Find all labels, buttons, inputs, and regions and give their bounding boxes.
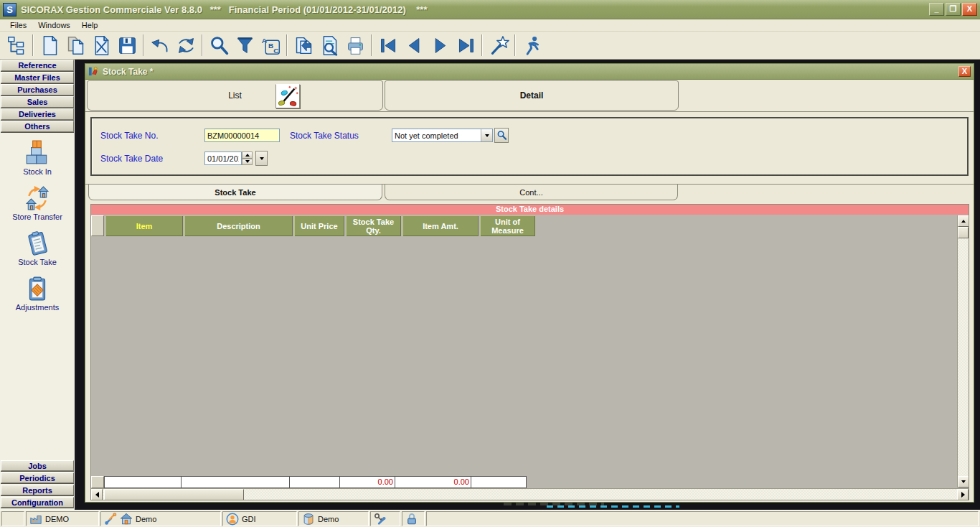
tab-detail[interactable]: Detail [385, 80, 679, 111]
refresh-icon [176, 35, 197, 56]
undo-button[interactable] [147, 33, 173, 57]
refresh-button[interactable] [173, 33, 199, 57]
column-header-item-amt: Item Amt. [402, 215, 479, 236]
stock-take-no-input[interactable] [204, 129, 280, 142]
import-icon [293, 35, 314, 56]
wizard-icon [489, 35, 509, 56]
stock-take-status-combo[interactable]: Not yet completed [392, 129, 493, 142]
column-header-unit-price: Unit Price [294, 215, 344, 236]
print-button[interactable] [342, 33, 368, 57]
sidebar-item-others[interactable]: Others [1, 121, 74, 132]
date-spin-down-button[interactable] [242, 159, 253, 166]
next-record-button[interactable] [427, 33, 453, 57]
save-icon [117, 35, 138, 56]
tab-stock-take[interactable]: Stock Take [88, 185, 382, 200]
details-banner: Stock Take details [91, 205, 969, 215]
new-document-icon [39, 35, 60, 56]
sidebar-item-sales[interactable]: Sales [1, 96, 74, 108]
status-section-company: DEMO [26, 511, 99, 526]
main-area: Reference Master Files Purchases Sales D… [0, 60, 980, 510]
svg-text:C: C [273, 47, 278, 55]
status-lookup-button[interactable] [494, 128, 509, 143]
scroll-down-button[interactable] [958, 476, 969, 488]
date-spinner [242, 151, 253, 165]
entry-cell-unit-of-measure[interactable] [471, 476, 527, 488]
save-button[interactable] [114, 33, 140, 57]
entry-cell-item[interactable] [104, 476, 182, 488]
status-section-lock [402, 511, 425, 526]
sort-abc-button[interactable]: A B C [258, 33, 283, 57]
restore-button[interactable]: ❐ [946, 3, 961, 16]
tree-button[interactable] [4, 33, 29, 57]
horizontal-scroll-thumb[interactable] [104, 489, 244, 500]
sidebar-item-jobs[interactable]: Jobs [1, 460, 74, 472]
date-dropdown-button[interactable] [255, 151, 268, 166]
status-database: Demo [318, 515, 339, 523]
grid-header-row: Item Description Unit Price Stock Take Q… [91, 215, 969, 236]
section-tab-strip: Stock Take Cont... [85, 184, 974, 201]
copy-button[interactable] [62, 33, 88, 57]
status-section-site: Demo [100, 511, 221, 526]
stock-take-status-value: Not yet completed [392, 131, 481, 140]
filter-button[interactable] [232, 33, 258, 57]
first-record-icon [378, 35, 399, 56]
list-wizard-button[interactable] [275, 84, 300, 108]
next-record-icon [430, 35, 451, 56]
stock-take-close-button[interactable]: X [958, 66, 971, 77]
status-dropdown-button[interactable] [481, 129, 492, 141]
last-record-button[interactable] [453, 33, 479, 57]
shortcut-stock-in[interactable]: Stock In [23, 140, 52, 176]
stock-take-window-title: Stock Take * [103, 67, 153, 77]
new-document-button[interactable] [37, 33, 62, 57]
sidebar-item-reference[interactable]: Reference [1, 60, 74, 71]
vertical-scroll-thumb[interactable] [958, 227, 969, 238]
print-preview-button[interactable] [316, 33, 342, 57]
entry-cell-description[interactable] [182, 476, 290, 488]
scroll-right-button[interactable] [957, 489, 969, 500]
search-button[interactable] [206, 33, 232, 57]
menu-windows[interactable]: Windows [32, 20, 76, 30]
stock-take-date-input[interactable] [204, 151, 242, 165]
menu-files[interactable]: Files [4, 20, 32, 30]
entry-cell-unit-price[interactable] [290, 476, 340, 488]
status-site: Demo [136, 515, 156, 523]
entry-cell-item-amt[interactable]: 0.00 [395, 476, 471, 488]
sidebar-item-reports[interactable]: Reports [1, 485, 74, 496]
stock-take-window-icon [88, 66, 99, 77]
run-button[interactable] [519, 33, 545, 57]
shortcut-stock-take[interactable]: Stock Take [18, 230, 57, 266]
menu-help[interactable]: Help [76, 20, 104, 30]
vertical-scrollbar[interactable] [957, 215, 969, 488]
entry-row-selector[interactable] [91, 476, 104, 488]
row-selector-header [91, 215, 104, 236]
tree-icon [6, 35, 27, 56]
scroll-left-button[interactable] [91, 489, 103, 500]
import-button[interactable] [291, 33, 316, 57]
first-record-button[interactable] [375, 33, 401, 57]
sidebar-item-periodics[interactable]: Periodics [1, 472, 74, 484]
print-preview-icon [319, 35, 340, 56]
shortcut-adjustments[interactable]: Adjustments [16, 276, 60, 312]
shortcut-label: Stock In [23, 167, 52, 176]
tab-cont[interactable]: Cont... [385, 185, 678, 200]
sidebar-item-master-files[interactable]: Master Files [1, 72, 74, 83]
toolbar: A B C [0, 32, 980, 60]
magic-wand-icon [276, 85, 299, 108]
sidebar-item-configuration[interactable]: Configuration [1, 497, 74, 508]
scroll-up-button[interactable] [958, 215, 969, 227]
tab-list[interactable]: List [87, 80, 383, 111]
sidebar-item-purchases[interactable]: Purchases [1, 84, 74, 95]
filter-icon [235, 35, 255, 56]
close-button[interactable]: X [962, 3, 977, 16]
shortcut-store-transfer[interactable]: Store Transfer [12, 185, 62, 221]
horizontal-scrollbar[interactable] [91, 488, 969, 500]
minimize-button[interactable]: _ [929, 3, 944, 16]
wizard-button[interactable] [486, 33, 512, 57]
date-spin-up-button[interactable] [242, 151, 253, 159]
previous-record-button[interactable] [401, 33, 427, 57]
status-section-database: Demo [298, 511, 369, 526]
delete-document-button[interactable] [88, 33, 114, 57]
sidebar-item-deliveries[interactable]: Deliveries [1, 108, 74, 120]
padlock-icon [405, 513, 418, 526]
entry-cell-stock-take-qty[interactable]: 0.00 [340, 476, 395, 488]
